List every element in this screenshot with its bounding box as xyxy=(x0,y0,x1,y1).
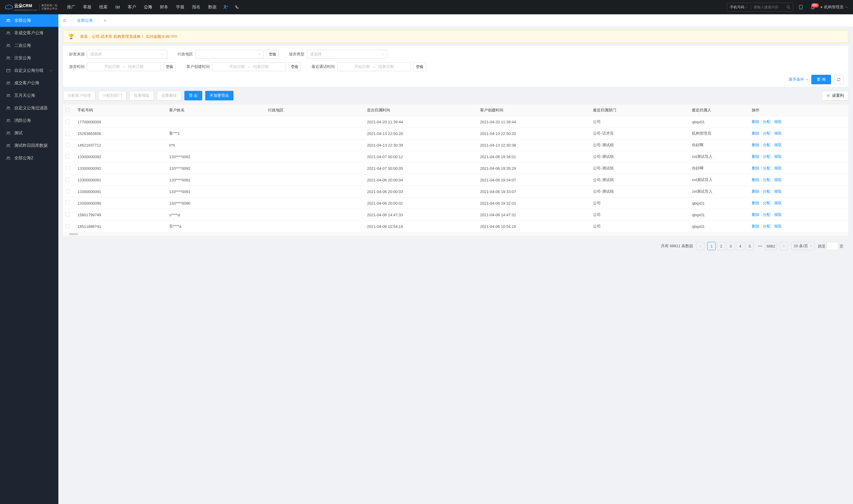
row-checkbox[interactable] xyxy=(63,116,75,128)
sidebar-item-9[interactable]: 测试 xyxy=(0,127,58,139)
row-assign-link[interactable]: 分配 xyxy=(763,178,770,182)
sidebar-item-0[interactable]: 全部公海 xyxy=(0,14,58,27)
sidebar-item-4[interactable]: 自定义公海分组 xyxy=(0,64,58,77)
tab-add-button[interactable]: + xyxy=(99,18,111,23)
row-checkbox[interactable] xyxy=(63,209,75,221)
filter-abandontime-null-button[interactable]: 空值 xyxy=(163,62,176,71)
search-type-select[interactable]: 手机号码 xyxy=(727,5,751,10)
export-plain-button[interactable]: 不加密导出 xyxy=(205,91,234,101)
filter-abandontime-range[interactable]: 开始日期~结束日期 xyxy=(87,62,161,71)
row-assign-link[interactable]: 分配 xyxy=(763,212,770,217)
row-assign-link[interactable]: 分配 xyxy=(763,120,770,124)
row-claim-link[interactable]: 领取 xyxy=(774,120,782,124)
row-delete-link[interactable]: 删除 xyxy=(752,120,760,124)
row-assign-link[interactable]: 分配 xyxy=(763,143,770,147)
refresh-button[interactable] xyxy=(834,75,843,84)
row-delete-link[interactable]: 删除 xyxy=(752,154,760,159)
nav-item-5[interactable]: 公海 xyxy=(140,0,156,14)
sidebar-item-7[interactable]: 自定义公海过滤器 xyxy=(0,102,58,114)
search-input[interactable] xyxy=(751,5,784,9)
horizontal-scrollbar[interactable] xyxy=(63,232,848,236)
row-claim-link[interactable]: 领取 xyxy=(774,131,782,136)
filter-source-select[interactable]: 请选择 xyxy=(87,50,167,59)
export-button[interactable]: 导 出 xyxy=(184,91,202,101)
batch-claim-button[interactable]: 批量领取 xyxy=(130,91,154,101)
page-number-1[interactable]: 1 xyxy=(707,242,716,250)
tab-menu-icon[interactable] xyxy=(58,14,71,26)
nav-item-1[interactable]: 客服 xyxy=(79,0,95,14)
filter-createtime-range[interactable]: 开始日期~结束日期 xyxy=(212,62,286,71)
nav-item-7[interactable]: 学服 xyxy=(173,0,188,14)
row-delete-link[interactable]: 删除 xyxy=(752,131,760,136)
row-checkbox[interactable] xyxy=(63,139,75,151)
row-assign-link[interactable]: 分配 xyxy=(763,131,770,136)
page-number-4[interactable]: 4 xyxy=(736,242,744,250)
page-prev-button[interactable] xyxy=(696,242,704,250)
row-delete-link[interactable]: 删除 xyxy=(752,224,760,229)
row-claim-link[interactable]: 领取 xyxy=(774,224,782,229)
filter-abandontype-select[interactable]: 请选择 xyxy=(307,50,387,59)
row-delete-link[interactable]: 删除 xyxy=(752,143,760,147)
nav-item-6[interactable]: 财务 xyxy=(156,0,172,14)
page-size-select[interactable]: 10 条/页 xyxy=(791,242,815,250)
row-claim-link[interactable]: 领取 xyxy=(774,143,782,147)
filter-lastcall-range[interactable]: 开始日期~结束日期 xyxy=(337,62,411,71)
sidebar-item-11[interactable]: 全部公海2 xyxy=(0,152,58,164)
bell-icon[interactable]: 99+ xyxy=(809,4,817,10)
row-checkbox[interactable] xyxy=(63,163,75,174)
page-last-button[interactable]: 6882 xyxy=(765,242,777,250)
nav-item-8[interactable]: 报名 xyxy=(188,0,204,14)
tablet-icon[interactable] xyxy=(797,4,805,10)
filter-createtime-null-button[interactable]: 空值 xyxy=(288,62,301,71)
tab-active[interactable]: 全部公海 xyxy=(71,14,99,26)
filter-region-select[interactable] xyxy=(195,50,264,59)
row-delete-link[interactable]: 删除 xyxy=(752,212,760,217)
row-assign-link[interactable]: 分配 xyxy=(763,154,770,159)
phone-icon[interactable] xyxy=(232,5,242,10)
row-checkbox[interactable] xyxy=(63,174,75,186)
nav-item-4[interactable]: 客户 xyxy=(124,0,140,14)
nav-item-0[interactable]: 推广 xyxy=(63,0,79,14)
sidebar-item-5[interactable]: 成交客户公海 xyxy=(0,77,58,89)
page-number-2[interactable]: 2 xyxy=(717,242,725,250)
row-checkbox[interactable] xyxy=(63,186,75,197)
th-checkbox[interactable] xyxy=(63,105,75,116)
row-checkbox[interactable] xyxy=(63,128,75,139)
add-user-icon[interactable] xyxy=(220,4,232,10)
sidebar-item-6[interactable]: 五月天公海 xyxy=(0,89,58,102)
row-claim-link[interactable]: 领取 xyxy=(774,189,782,194)
row-assign-link[interactable]: 分配 xyxy=(763,189,770,194)
page-next-button[interactable] xyxy=(780,242,788,250)
row-assign-link[interactable]: 分配 xyxy=(763,201,770,205)
nav-item-3[interactable]: IM xyxy=(112,0,124,14)
search-button[interactable] xyxy=(784,5,793,9)
nav-item-2[interactable]: 线索 xyxy=(96,0,111,14)
page-jump-input[interactable] xyxy=(827,242,838,250)
assign-dept-button[interactable]: 分配到部门 xyxy=(98,91,127,101)
row-delete-link[interactable]: 删除 xyxy=(752,201,760,205)
admin-menu[interactable]: 机构管理员 xyxy=(820,4,848,10)
columns-button[interactable]: 设置列 xyxy=(822,91,848,101)
assign-manager-button[interactable]: 分配客户经理 xyxy=(63,91,95,101)
row-checkbox[interactable] xyxy=(63,151,75,163)
row-delete-link[interactable]: 删除 xyxy=(752,189,760,194)
row-assign-link[interactable]: 分配 xyxy=(763,166,770,170)
nav-item-9[interactable]: 数据 xyxy=(205,0,220,14)
query-button[interactable]: 查 询 xyxy=(811,75,831,84)
filter-lastcall-null-button[interactable]: 空值 xyxy=(413,62,426,71)
row-delete-link[interactable]: 删除 xyxy=(752,166,760,170)
page-number-5[interactable]: 5 xyxy=(745,242,754,250)
row-checkbox[interactable] xyxy=(63,197,75,209)
sidebar-item-8[interactable]: 消防公海 xyxy=(0,114,58,127)
sidebar-item-2[interactable]: 二咨公海 xyxy=(0,39,58,52)
row-claim-link[interactable]: 领取 xyxy=(774,201,782,205)
row-claim-link[interactable]: 领取 xyxy=(774,154,782,159)
sidebar-item-3[interactable]: 注安公海 xyxy=(0,52,58,64)
sidebar-item-10[interactable]: 测试昨日回库数据 xyxy=(0,139,58,152)
row-checkbox[interactable] xyxy=(63,221,75,232)
expand-filters-link[interactable]: 展开条件 xyxy=(789,77,808,82)
row-delete-link[interactable]: 删除 xyxy=(752,178,760,182)
sidebar-item-1[interactable]: 非成交客户公海 xyxy=(0,27,58,39)
row-claim-link[interactable]: 领取 xyxy=(774,212,782,217)
row-claim-link[interactable]: 领取 xyxy=(774,166,782,170)
